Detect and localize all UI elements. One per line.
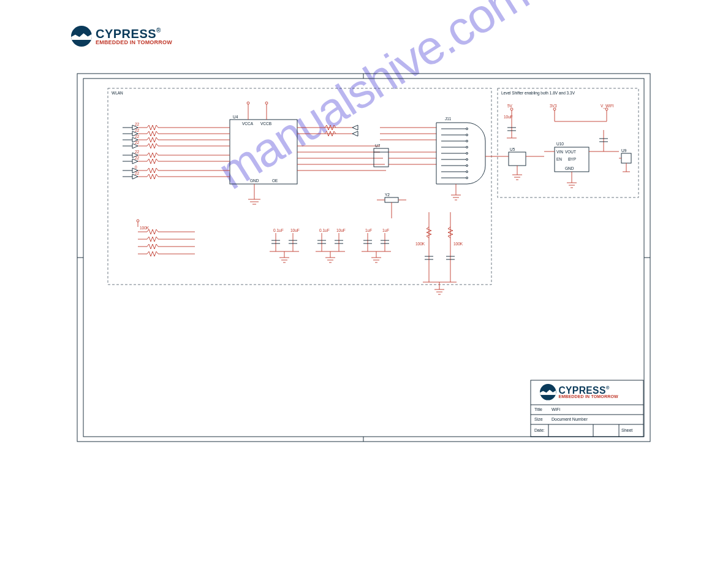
svg-text:J11: J11 xyxy=(445,117,452,121)
svg-text:VCCA: VCCA xyxy=(242,121,254,126)
svg-text:1uF: 1uF xyxy=(382,228,389,232)
svg-text:10uF: 10uF xyxy=(336,228,346,232)
svg-text:GND: GND xyxy=(565,166,574,170)
svg-text:Y2: Y2 xyxy=(385,193,390,197)
svg-text:0.1uF: 0.1uF xyxy=(273,228,284,232)
svg-text:Sheet: Sheet xyxy=(621,428,632,432)
svg-point-87 xyxy=(466,165,468,167)
svg-text:BYP: BYP xyxy=(568,157,576,161)
svg-rect-7 xyxy=(498,88,639,197)
svg-text:22: 22 xyxy=(135,140,140,145)
logo-emblem-icon xyxy=(540,384,556,400)
svg-rect-154 xyxy=(509,152,526,166)
page: CYPRESS® EMBEDDED IN TOMORROW manualshiv… xyxy=(0,0,728,563)
svg-text:GND: GND xyxy=(250,178,259,183)
svg-rect-6 xyxy=(108,88,491,285)
pulldown-resistors: 100K xyxy=(137,220,195,256)
refdes-u4: U4 xyxy=(233,115,238,119)
svg-text:Size: Size xyxy=(534,417,543,421)
svg-point-86 xyxy=(466,159,468,161)
svg-text:0.1uF: 0.1uF xyxy=(319,228,330,232)
svg-text:10uF: 10uF xyxy=(290,228,300,232)
logo-tagline-bottom: EMBEDDED IN TOMORROW xyxy=(558,395,618,399)
svg-point-12 xyxy=(265,102,268,104)
svg-text:OE: OE xyxy=(272,178,278,183)
block-level-shifter-label: Level Shifter enabling both 1.8V and 3.3… xyxy=(501,91,575,96)
svg-text:VCCB: VCCB xyxy=(260,121,271,126)
svg-text:Title: Title xyxy=(534,407,542,412)
svg-point-181 xyxy=(510,108,513,110)
svg-point-85 xyxy=(466,153,468,155)
svg-marker-54 xyxy=(352,125,358,130)
svg-text:U10: U10 xyxy=(556,142,564,146)
svg-text:V_WIFI: V_WIFI xyxy=(601,104,614,109)
svg-text:U9: U9 xyxy=(621,148,627,153)
svg-text:EN: EN xyxy=(556,157,562,161)
svg-text:22: 22 xyxy=(135,128,140,132)
svg-text:VIN: VIN xyxy=(556,150,563,154)
svg-text:Date:: Date: xyxy=(534,428,545,432)
svg-rect-62 xyxy=(374,148,389,167)
schematic-drawing: .bw { stroke:#0b2030; stroke-width:0.9; … xyxy=(0,0,728,563)
logo-bottom: CYPRESS® EMBEDDED IN TOMORROW xyxy=(540,384,618,400)
svg-text:3V3: 3V3 xyxy=(550,104,557,108)
svg-text:100K: 100K xyxy=(140,226,150,230)
svg-point-89 xyxy=(466,177,468,179)
svg-point-88 xyxy=(466,171,468,173)
svg-text:22: 22 xyxy=(135,122,140,126)
svg-point-183 xyxy=(553,108,556,110)
svg-text:U5: U5 xyxy=(510,147,515,151)
svg-text:5V: 5V xyxy=(507,104,513,108)
svg-point-83 xyxy=(466,140,468,142)
svg-point-81 xyxy=(466,128,468,130)
rc-network: 100K 100K xyxy=(415,212,463,294)
svg-text:VOUT: VOUT xyxy=(565,150,576,154)
svg-rect-8 xyxy=(230,120,297,184)
svg-text:22: 22 xyxy=(135,156,140,160)
cap-cluster-2: 0.1uF 10uF xyxy=(316,228,346,262)
svg-text:22: 22 xyxy=(135,171,140,175)
left-signal-bus: 22 22 22 22 xyxy=(123,122,230,179)
svg-point-186 xyxy=(605,108,608,110)
svg-text:Document Number: Document Number xyxy=(552,417,588,421)
right-signal-bus xyxy=(297,125,386,170)
cap-cluster-1: 0.1uF 10uF xyxy=(270,228,300,262)
block-wlan-label: WLAN xyxy=(112,91,123,95)
svg-point-82 xyxy=(466,134,468,136)
svg-text:22: 22 xyxy=(135,134,140,139)
svg-point-152 xyxy=(137,220,139,222)
svg-text:1uF: 1uF xyxy=(365,228,372,232)
svg-text:100K: 100K xyxy=(453,242,463,246)
crystal-y2: Y2 xyxy=(377,193,406,218)
svg-text:100K: 100K xyxy=(415,242,425,246)
cap-cluster-3: 1uF 1uF xyxy=(362,228,391,262)
svg-text:0: 0 xyxy=(135,165,137,169)
svg-rect-193 xyxy=(621,153,631,163)
logo-brand-bottom: CYPRESS® xyxy=(558,385,618,395)
svg-rect-1 xyxy=(83,79,644,437)
svg-point-84 xyxy=(466,147,468,148)
svg-point-10 xyxy=(247,102,249,104)
svg-text:WiFi: WiFi xyxy=(552,407,560,412)
svg-text:U7: U7 xyxy=(375,144,381,148)
svg-text:22: 22 xyxy=(135,150,140,154)
svg-rect-94 xyxy=(385,197,398,202)
svg-marker-56 xyxy=(352,131,358,136)
